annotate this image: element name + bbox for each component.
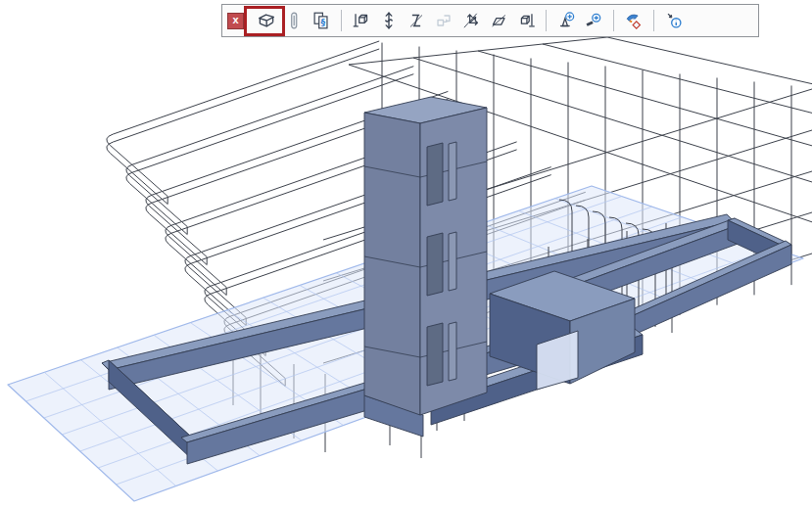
rotate-icon	[515, 10, 537, 31]
gravity-button[interactable]	[281, 8, 307, 33]
multiply-button[interactable]	[458, 8, 484, 33]
trace-reference-button[interactable]: §	[309, 8, 334, 33]
element-info-icon	[663, 10, 685, 31]
editing-toolbar: x §	[221, 4, 759, 37]
drag-button[interactable]	[349, 8, 374, 33]
elevate-button[interactable]	[376, 8, 402, 33]
editing-plane-icon	[256, 10, 277, 31]
toolbar-separator	[653, 10, 654, 31]
toolbar-separator	[546, 10, 547, 31]
editing-plane-button[interactable]	[254, 8, 279, 33]
zoom-edit-icon	[583, 10, 604, 31]
close-icon[interactable]: x	[227, 13, 244, 29]
trace-reference-icon: §	[310, 10, 332, 31]
building-core	[364, 97, 487, 415]
stretch-button[interactable]	[404, 8, 429, 33]
stretch-icon	[406, 10, 427, 31]
skew-button[interactable]	[486, 8, 511, 33]
zoom-edit-button[interactable]	[581, 8, 606, 33]
multiply-icon	[460, 10, 482, 31]
svg-text:§: §	[321, 17, 326, 27]
visualization-icon	[623, 10, 645, 31]
3d-viewport[interactable]	[0, 0, 812, 508]
drag-icon	[351, 10, 372, 31]
skew-icon	[488, 10, 509, 31]
offset-icon	[433, 10, 454, 31]
rotate-button[interactable]	[513, 8, 539, 33]
gravity-icon	[283, 10, 305, 31]
zoom-increase-icon	[555, 10, 577, 31]
element-info-button[interactable]	[661, 8, 687, 33]
toolbar-separator	[613, 10, 614, 31]
elevate-icon	[378, 10, 400, 31]
app-window: x §	[0, 0, 812, 508]
toolbar-separator	[341, 10, 342, 31]
offset-button	[431, 8, 456, 33]
zoom-increase-button[interactable]	[553, 8, 579, 33]
visualization-button[interactable]	[621, 8, 646, 33]
